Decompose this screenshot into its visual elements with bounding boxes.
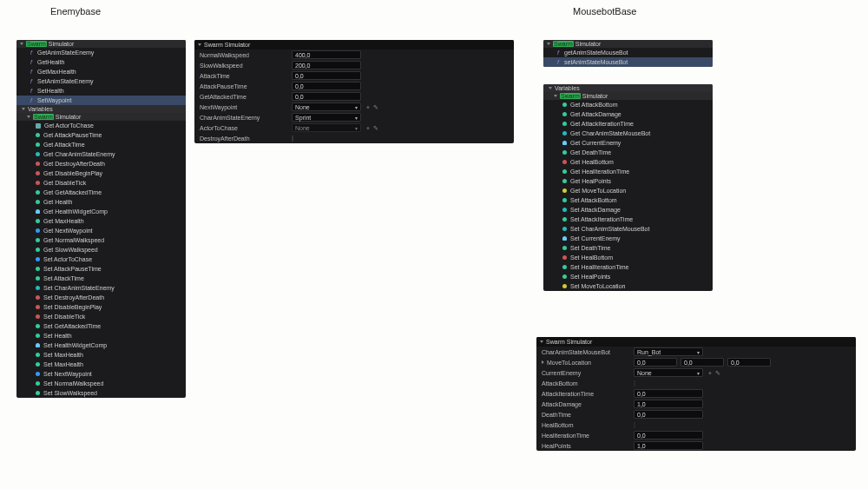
var-item[interactable]: Get HealthWidgetComp xyxy=(16,207,186,216)
props-header[interactable]: Swarm Simulator xyxy=(194,40,514,50)
reset-icon[interactable]: ✎ xyxy=(373,104,378,111)
var-item[interactable]: Set DisableBeginPlay xyxy=(16,302,186,312)
browse-icon[interactable]: ⌖ xyxy=(366,104,370,111)
dot-teal-icon xyxy=(562,227,567,231)
browse-icon[interactable]: ⌖ xyxy=(708,370,712,377)
var-item[interactable]: Get NormalWalkspeed xyxy=(16,235,186,245)
var-item[interactable]: Get Health xyxy=(16,197,186,207)
dot-red-icon xyxy=(36,162,40,166)
var-item[interactable]: Get AttackIterationTime xyxy=(543,119,713,129)
var-item[interactable]: Get DisableTick xyxy=(16,178,186,188)
number-input[interactable] xyxy=(292,82,361,90)
func-item[interactable]: fSetHealth xyxy=(16,86,186,96)
var-item[interactable]: Set DeathTime xyxy=(543,243,713,253)
func-item[interactable]: fgetAnimStateMouseBot xyxy=(543,48,713,57)
var-item[interactable]: Set HealBottom xyxy=(543,253,713,262)
var-item[interactable]: Get CharAnimStateMouseBot xyxy=(543,129,713,138)
var-item[interactable]: Set CurrentEnemy xyxy=(543,234,713,243)
checkbox[interactable] xyxy=(292,135,293,142)
var-item[interactable]: Get CurrentEnemy xyxy=(543,138,713,148)
var-item[interactable]: Get HealPoints xyxy=(543,176,713,186)
var-item[interactable]: Set Health xyxy=(16,331,186,340)
number-input[interactable] xyxy=(634,441,703,450)
var-item[interactable]: Set SlowWalkspeed xyxy=(16,388,186,398)
vars-root[interactable]: Swarm Simulator xyxy=(543,92,713,100)
var-label: Set HealIterationTime xyxy=(570,264,628,270)
number-input[interactable] xyxy=(634,400,703,408)
dropdown[interactable]: Sprint▾ xyxy=(292,113,361,122)
dot-green-icon xyxy=(36,276,40,281)
var-item[interactable]: Set DestroyAfterDeath xyxy=(16,293,186,302)
var-item[interactable]: Set AttackDamage xyxy=(543,205,713,215)
var-item[interactable]: Set AttackIterationTime xyxy=(543,215,713,224)
var-item[interactable]: Set DisableTick xyxy=(16,312,186,321)
browse-icon[interactable]: ⌖ xyxy=(366,125,370,132)
number-input[interactable] xyxy=(292,92,361,101)
reset-icon[interactable]: ✎ xyxy=(715,370,720,377)
number-input[interactable] xyxy=(634,389,703,398)
var-item[interactable]: Set MaxHealth xyxy=(16,350,186,360)
reset-icon[interactable]: ✎ xyxy=(373,125,378,132)
expand-arrow-icon[interactable] xyxy=(542,360,544,364)
var-item[interactable]: Get AttackPauseTime xyxy=(16,130,186,140)
var-item[interactable]: Get NextWaypoint xyxy=(16,226,186,235)
func-item[interactable]: fsetAnimStateMouseBot xyxy=(543,57,713,67)
tree-root[interactable]: Swarm Simulator xyxy=(543,40,713,48)
var-item[interactable]: Set GetAttackedTime xyxy=(16,321,186,331)
func-item[interactable]: fGetAnimStateEnemy xyxy=(16,48,186,57)
dropdown[interactable]: None▾ xyxy=(292,102,361,111)
var-item[interactable]: Get CharAnimStateEnemy xyxy=(16,149,186,159)
var-item[interactable]: Get DestroyAfterDeath xyxy=(16,159,186,169)
var-item[interactable]: Set NextWaypoint xyxy=(16,369,186,379)
var-item[interactable]: Set ActorToChase xyxy=(16,254,186,264)
var-item[interactable]: Set NormalWalkspeed xyxy=(16,379,186,388)
var-item[interactable]: Get AttackTime xyxy=(16,140,186,149)
func-item[interactable]: fSetWaypoint xyxy=(16,96,186,105)
chevron-down-icon: ▾ xyxy=(355,125,358,131)
dropdown[interactable]: Run_Bot▾ xyxy=(634,347,703,356)
var-item[interactable]: Set MoveToLocation xyxy=(543,281,713,291)
vars-root[interactable]: Swarm Simulator xyxy=(16,113,186,121)
var-item[interactable]: Set HealthWidgetComp xyxy=(16,340,186,350)
var-item[interactable]: Set CharAnimStateMouseBot xyxy=(543,224,713,234)
var-item[interactable]: Get SlowWalkspeed xyxy=(16,245,186,254)
vector-input[interactable] xyxy=(681,358,724,367)
tree-root[interactable]: Swarm Simulator xyxy=(16,40,186,48)
number-input[interactable] xyxy=(292,71,361,80)
dropdown[interactable]: None▾ xyxy=(292,123,361,132)
number-input[interactable] xyxy=(634,431,703,439)
var-item[interactable]: Get HealBottom xyxy=(543,157,713,167)
dropdown[interactable]: None▾ xyxy=(634,368,703,377)
var-item[interactable]: Set AttackBottom xyxy=(543,195,713,205)
var-item[interactable]: Get GetAttackedTime xyxy=(16,188,186,197)
var-item[interactable]: Set MaxHealth xyxy=(16,360,186,369)
func-item[interactable]: fSetAnimStateEnemy xyxy=(16,76,186,86)
func-item[interactable]: fGetHealth xyxy=(16,57,186,67)
var-label: Set DisableBeginPlay xyxy=(43,304,102,310)
var-item[interactable]: Get MaxHealth xyxy=(16,216,186,226)
var-label: Get AttackDamage xyxy=(570,111,621,117)
vector-input[interactable] xyxy=(634,358,677,367)
var-item[interactable]: Set HealPoints xyxy=(543,272,713,281)
number-input[interactable] xyxy=(292,50,361,59)
var-item[interactable]: Set HealIterationTime xyxy=(543,262,713,272)
var-item[interactable]: Get MoveToLocation xyxy=(543,186,713,195)
variables-header[interactable]: Variables xyxy=(543,84,713,92)
var-item[interactable]: Set CharAnimStateEnemy xyxy=(16,283,186,293)
var-item[interactable]: Get DeathTime xyxy=(543,148,713,157)
var-item[interactable]: Get ActorToChase xyxy=(16,121,186,130)
variables-header[interactable]: Variables xyxy=(16,105,186,113)
var-item[interactable]: Get DisableBeginPlay xyxy=(16,169,186,178)
number-input[interactable] xyxy=(292,61,361,69)
checkbox[interactable] xyxy=(634,421,635,429)
var-item[interactable]: Get AttackBottom xyxy=(543,100,713,109)
func-item[interactable]: fGetMaxHealth xyxy=(16,67,186,76)
checkbox[interactable] xyxy=(634,380,635,387)
number-input[interactable] xyxy=(634,410,703,419)
var-item[interactable]: Set AttackPauseTime xyxy=(16,264,186,274)
var-item[interactable]: Get AttackDamage xyxy=(543,109,713,119)
props-header[interactable]: Swarm Simulator xyxy=(536,337,856,347)
var-item[interactable]: Set AttackTime xyxy=(16,274,186,283)
var-item[interactable]: Get HealIterationTime xyxy=(543,167,713,176)
vector-input[interactable] xyxy=(727,358,771,367)
